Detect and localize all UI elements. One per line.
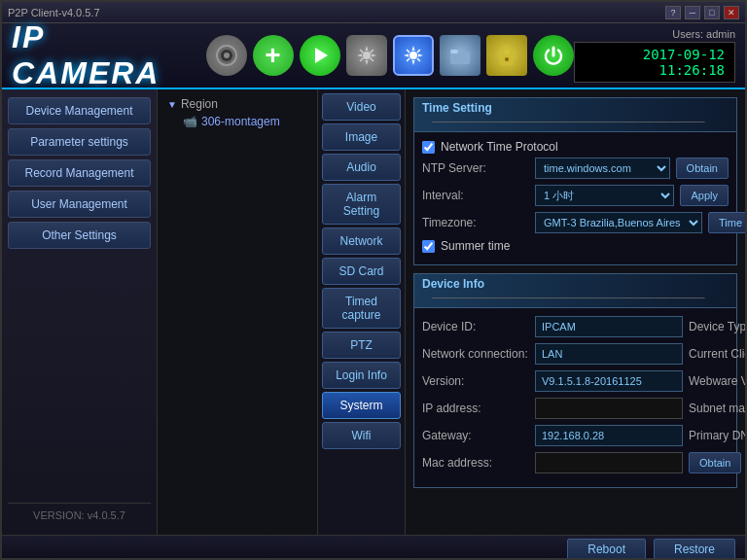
device-id-label: Device ID: — [422, 320, 529, 333]
ip-address-row: IP address: Subnet mask: — [422, 398, 729, 419]
interval-row: Interval: 1 小时 Apply — [422, 185, 729, 206]
time-setting-section: Time Setting ───────────────────────────… — [413, 97, 737, 265]
time-setting-content: Network Time Protocol NTP Server: time.w… — [414, 132, 736, 264]
timezone-select[interactable]: GMT-3 Brazilia,Buenos Aires — [535, 212, 702, 233]
tree-child-icon: 📹 — [183, 115, 197, 128]
version-input[interactable] — [535, 370, 683, 392]
ip-address-input[interactable] — [535, 398, 683, 419]
ntp-checkbox-row: Network Time Protocol — [422, 140, 729, 154]
timezone-label: Timezone: — [422, 216, 529, 229]
gateway-label: Gateway: — [422, 429, 529, 442]
user-management-btn[interactable]: User Management — [8, 191, 151, 218]
image-btn[interactable]: Image — [322, 123, 401, 151]
network-btn[interactable]: Network — [322, 228, 401, 255]
gear-icon[interactable] — [346, 35, 387, 76]
tree-child-label: 306-montagem — [201, 115, 280, 128]
webware-label: Webware Version: — [689, 374, 745, 388]
network-connection-label: Network connection: — [422, 347, 529, 361]
close-button[interactable]: ✕ — [724, 6, 739, 19]
system-btn[interactable]: Systerm — [322, 392, 401, 419]
ntp-server-select[interactable]: time.windows.com — [535, 158, 670, 179]
gateway-input[interactable] — [535, 425, 683, 446]
current-client-label: Current Client: — [689, 347, 745, 361]
record-management-btn[interactable]: Record Management — [8, 159, 151, 187]
restore-btn[interactable]: Restore — [654, 539, 735, 560]
version-row: Version: Webware Version: — [422, 370, 729, 392]
reboot-btn[interactable]: Reboot — [567, 539, 646, 560]
ntp-checkbox-label: Network Time Protocol — [441, 140, 558, 154]
ntp-server-label: NTP Server: — [422, 161, 529, 175]
version-label: VERSION: v4.0.5.7 — [8, 503, 151, 527]
tree-child-item[interactable]: 📹 306-montagem — [179, 113, 311, 130]
audio-btn[interactable]: Audio — [322, 154, 401, 181]
login-info-btn[interactable]: Login Info — [322, 362, 401, 389]
svg-point-5 — [409, 52, 417, 59]
mac-address-label: Mac address: — [422, 456, 529, 470]
main-area: Device Management Parameter settings Rec… — [2, 89, 745, 535]
ntp-server-row: NTP Server: time.windows.com Obtain — [422, 158, 729, 179]
time-setting-title: Time Setting ───────────────────────────… — [414, 98, 736, 132]
alarm-setting-btn[interactable]: Alarm Setting — [322, 184, 401, 225]
maximize-button[interactable]: □ — [704, 6, 720, 19]
tree-panel: ▼ Region 📹 306-montagem — [158, 89, 318, 535]
right-nav: Video Image Audio Alarm Setting Network … — [318, 89, 406, 535]
sidebar: Device Management Parameter settings Rec… — [2, 89, 158, 535]
parameter-settings-btn[interactable]: Parameter settings — [8, 128, 151, 156]
network-connection-input[interactable] — [535, 343, 683, 365]
settings-active-icon[interactable] — [393, 35, 434, 76]
title-bar-controls: ? ─ □ ✕ — [665, 6, 739, 19]
title-bar-text: P2P Client-v4.0.5.7 — [8, 7, 100, 18]
device-management-btn[interactable]: Device Management — [8, 97, 151, 124]
obtain-device-btn[interactable]: Obtain — [689, 452, 741, 473]
help-button[interactable]: ? — [665, 6, 681, 19]
tree-region[interactable]: ▼ Region — [163, 95, 311, 113]
summer-time-row: Summer time — [422, 239, 729, 253]
device-type-label: Device Type: — [689, 320, 745, 333]
obtain-time-btn[interactable]: Obtain — [676, 158, 729, 179]
svg-rect-7 — [450, 50, 458, 53]
timesync-btn[interactable]: Time sync — [708, 212, 745, 233]
user-label: Users: admin — [574, 28, 736, 40]
ptz-btn[interactable]: PTZ — [322, 332, 401, 359]
add-device-icon[interactable]: + — [253, 35, 294, 76]
svg-point-4 — [363, 52, 371, 59]
minimize-button[interactable]: ─ — [685, 6, 700, 19]
device-info-section: Device Info ────────────────────────────… — [413, 273, 737, 488]
svg-marker-3 — [315, 48, 328, 63]
svg-point-2 — [224, 52, 230, 58]
folder-icon[interactable] — [440, 35, 480, 76]
header-user-section: Users: admin 2017-09-12 11:26:18 — [574, 28, 736, 83]
device-id-row: Device ID: Device Type: — [422, 316, 729, 337]
play-icon[interactable] — [300, 35, 340, 76]
device-info-title: Device Info ────────────────────────────… — [414, 274, 736, 308]
mac-address-input[interactable] — [535, 452, 683, 473]
camera-icon[interactable] — [206, 35, 247, 76]
primary-dns-label: Primary DNS: — [689, 429, 745, 442]
lock-icon[interactable] — [486, 35, 527, 76]
other-settings-btn[interactable]: Other Settings — [8, 222, 151, 249]
sd-card-btn[interactable]: SD Card — [322, 258, 401, 285]
version-field-label: Version: — [422, 374, 529, 388]
timed-capture-btn[interactable]: Timed capture — [322, 288, 401, 329]
power-icon[interactable] — [533, 35, 574, 76]
interval-label: Interval: — [422, 189, 529, 202]
device-info-content: Device ID: Device Type: Network connecti… — [414, 308, 736, 487]
svg-point-9 — [505, 57, 509, 61]
subnet-mask-label: Subnet mask: — [689, 402, 745, 415]
datetime-display: 2017-09-12 11:26:18 — [574, 42, 736, 83]
summer-time-label: Summer time — [441, 239, 510, 253]
network-connection-row: Network connection: Current Client: — [422, 343, 729, 365]
interval-select[interactable]: 1 小时 — [535, 185, 674, 206]
video-btn[interactable]: Video — [322, 93, 401, 121]
ntp-checkbox[interactable] — [422, 141, 435, 154]
header-icons: + — [206, 35, 574, 76]
summer-time-checkbox[interactable] — [422, 240, 435, 253]
bottom-bar: Reboot Restore — [2, 535, 745, 560]
app-title: IP CAMERA — [12, 19, 187, 91]
wifi-btn[interactable]: Wifi — [322, 422, 401, 449]
mac-address-row: Mac address: Obtain — [422, 452, 729, 473]
device-id-input[interactable] — [535, 316, 683, 337]
tree-expand-icon: ▼ — [167, 99, 177, 110]
apply-btn[interactable]: Apply — [680, 185, 729, 206]
ip-address-label: IP address: — [422, 402, 529, 415]
